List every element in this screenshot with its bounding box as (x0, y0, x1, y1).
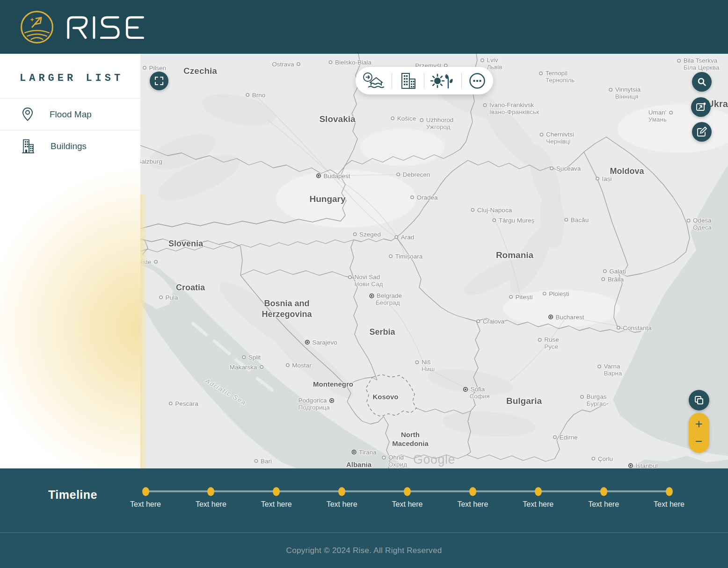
zoom-in-button[interactable]: + (695, 418, 703, 431)
toolbar-separator (424, 73, 424, 89)
timeline-label-8: Text here (571, 500, 636, 509)
map-canvas (140, 54, 728, 468)
timeline-dot-5[interactable] (404, 487, 411, 496)
sidebar-list: Flood MapBuildings (0, 99, 140, 162)
timeline-label-3: Text here (244, 500, 309, 509)
export-image-button[interactable] (691, 97, 711, 117)
zoom-out-button[interactable]: − (695, 435, 703, 448)
timeline-dot-1[interactable] (142, 487, 149, 496)
app-footer: Copyright © 2024 Rise. All Right Reserve… (0, 532, 728, 568)
map-layer-toolbar (356, 67, 493, 94)
timeline-title: Timeline (48, 488, 97, 502)
search-button[interactable] (692, 72, 712, 92)
brand-wordmark (66, 15, 149, 39)
copyright-text: Copyright © 2024 Rise. All Right Reserve… (286, 546, 442, 555)
timeline-dot-4[interactable] (338, 487, 345, 496)
layers-button[interactable] (689, 390, 709, 410)
layers-icon (693, 395, 705, 406)
app-header: RISE (0, 0, 728, 54)
timeline-label-7: Text here (505, 500, 571, 509)
timeline-dot-3[interactable] (273, 487, 280, 496)
search-icon (697, 77, 707, 87)
edit-icon (696, 126, 707, 137)
more-options-icon (468, 72, 487, 90)
timeline-dot-2[interactable] (207, 487, 214, 496)
sidebar-item-flood-map[interactable]: Flood Map (0, 99, 140, 130)
timeline-dot-9[interactable] (666, 487, 673, 496)
timeline-label-6: Text here (440, 500, 505, 509)
timeline-label-9: Text here (636, 500, 702, 509)
buildings-icon (22, 139, 35, 154)
timeline-panel: Timeline Text hereText hereText hereText… (0, 468, 728, 532)
flood-layer-icon (362, 72, 386, 90)
timeline-dot-7[interactable] (535, 487, 542, 496)
map-pin-icon (22, 107, 34, 122)
app-window: RISE LARGER LIST Flood MapBuildings (0, 0, 728, 568)
weather-layer-button[interactable] (428, 72, 458, 90)
buildings-layer-icon (399, 72, 417, 90)
timeline-label-2: Text here (178, 500, 244, 509)
fullscreen-icon (154, 76, 164, 86)
google-watermark: Google (413, 453, 455, 467)
sidebar-item-buildings[interactable]: Buildings (0, 130, 140, 162)
flood-layer-button[interactable] (359, 72, 388, 90)
timeline-label-1: Text here (113, 500, 178, 509)
rise-logo-icon (20, 10, 54, 44)
timeline-dot-8[interactable] (600, 487, 607, 496)
sidebar-item-label: Buildings (51, 141, 87, 151)
fullscreen-button[interactable] (150, 72, 168, 90)
export-image-icon (695, 101, 706, 113)
buildings-layer-button[interactable] (396, 72, 420, 90)
timeline-dot-6[interactable] (469, 487, 476, 496)
more-options-button[interactable] (465, 72, 489, 90)
weather-layer-icon (430, 72, 455, 90)
map-viewport[interactable]: CzechiaSlovakiaHungaryMoldovaRomaniaSlov… (140, 54, 728, 468)
timeline-label-5: Text here (375, 500, 440, 509)
zoom-control: + − (689, 413, 709, 453)
sidebar-item-label: Flood Map (50, 109, 92, 120)
sidebar: LARGER LIST Flood MapBuildings (0, 54, 140, 468)
edit-button[interactable] (692, 122, 712, 142)
toolbar-separator (392, 73, 392, 89)
toolbar-separator (461, 73, 462, 89)
sidebar-title: LARGER LIST (0, 54, 140, 99)
timeline-label-4: Text here (309, 500, 375, 509)
